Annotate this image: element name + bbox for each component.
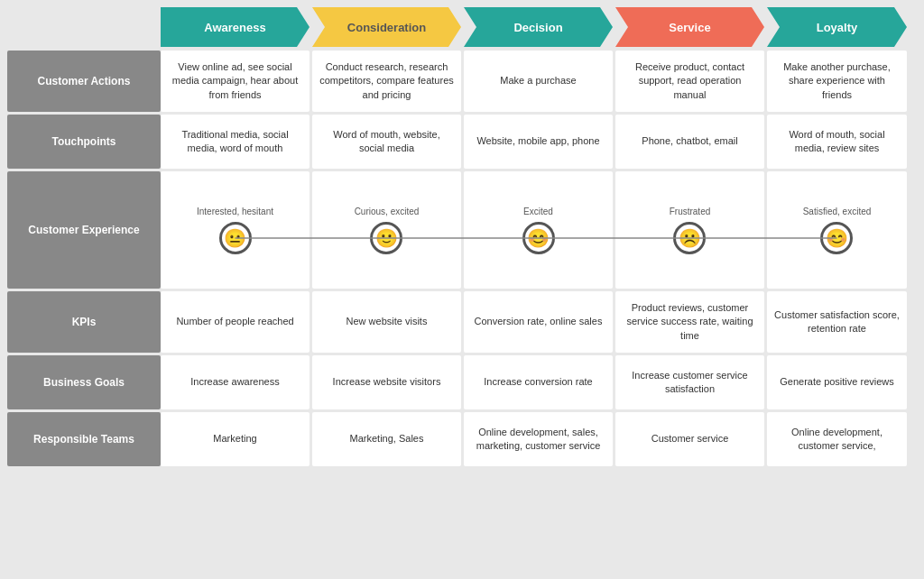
- service-smiley: ☹️: [673, 222, 706, 254]
- awareness-smiley: 😐: [219, 222, 252, 254]
- phase-label-consideration: Consideration: [347, 21, 426, 34]
- decision-smiley: 😊: [522, 222, 555, 254]
- loyalty-customer-actions: Make another purchase, share experience …: [767, 51, 907, 112]
- decision-business-goals: Increase conversion rate: [464, 355, 613, 409]
- sidebar-business-goals: Business Goals: [7, 355, 161, 409]
- content-area: Customer Actions Touchpoints Customer Ex…: [7, 51, 917, 572]
- loyalty-experience: Satisfied, excited 😊: [767, 171, 907, 289]
- sidebar-responsible-teams: Responsible Teams: [7, 412, 161, 466]
- column-service: Receive product, contact support, read o…: [615, 51, 764, 572]
- awareness-business-goals: Increase awareness: [161, 355, 310, 409]
- phase-header-service: Service: [615, 7, 764, 47]
- service-emotion-container: Frustrated ☹️: [670, 177, 711, 283]
- phase-label-decision: Decision: [513, 21, 562, 34]
- service-customer-actions: Receive product, contact support, read o…: [615, 51, 764, 112]
- consideration-kpis: New website visits: [312, 291, 461, 353]
- column-loyalty: Make another purchase, share experience …: [767, 51, 907, 572]
- loyalty-emotion-text: Satisfied, excited: [803, 206, 872, 218]
- service-emotion-text: Frustrated: [670, 206, 711, 218]
- sidebar-customer-experience: Customer Experience: [7, 171, 161, 289]
- service-business-goals: Increase customer service satisfaction: [615, 355, 764, 409]
- column-awareness: View online ad, see social media campaig…: [161, 51, 310, 572]
- sidebar: Customer Actions Touchpoints Customer Ex…: [7, 51, 161, 572]
- decision-kpis: Conversion rate, online sales: [464, 291, 613, 353]
- loyalty-kpis: Customer satisfaction score, retention r…: [767, 291, 907, 353]
- phase-label-awareness: Awareness: [204, 21, 265, 34]
- loyalty-emotion-container: Satisfied, excited 😊: [803, 177, 872, 283]
- consideration-customer-actions: Conduct research, research competitors, …: [312, 51, 461, 112]
- awareness-customer-actions: View online ad, see social media campaig…: [161, 51, 310, 112]
- phase-label-loyalty: Loyalty: [817, 21, 858, 34]
- phase-header-decision: Decision: [464, 7, 613, 47]
- consideration-emotion-container: Curious, excited 🙂: [355, 177, 420, 283]
- main-container: Awareness Consideration Decision Service…: [0, 0, 924, 579]
- decision-emotion-text: Excited: [523, 206, 553, 218]
- consideration-responsible-teams: Marketing, Sales: [312, 412, 461, 466]
- phase-header-consideration: Consideration: [312, 7, 461, 47]
- sidebar-customer-actions: Customer Actions: [7, 51, 161, 112]
- consideration-experience: Curious, excited 🙂: [312, 171, 461, 289]
- columns-area: View online ad, see social media campaig…: [161, 51, 917, 572]
- consideration-emotion-text: Curious, excited: [355, 206, 420, 218]
- loyalty-touchpoints: Word of mouth, social media, review site…: [767, 115, 907, 169]
- awareness-touchpoints: Traditional media, social media, word of…: [161, 115, 310, 169]
- header-row: Awareness Consideration Decision Service…: [161, 7, 917, 47]
- awareness-responsible-teams: Marketing: [161, 412, 310, 466]
- service-touchpoints: Phone, chatbot, email: [615, 115, 764, 169]
- sidebar-kpis: KPIs: [7, 291, 161, 353]
- service-experience: Frustrated ☹️: [615, 171, 764, 289]
- decision-responsible-teams: Online development, sales, marketing, cu…: [464, 412, 613, 466]
- decision-experience: Excited 😊: [464, 171, 613, 289]
- awareness-emotion-text: Interested, hesitant: [197, 206, 273, 218]
- consideration-touchpoints: Word of mouth, website, social media: [312, 115, 461, 169]
- decision-touchpoints: Website, mobile app, phone: [464, 115, 613, 169]
- decision-customer-actions: Make a purchase: [464, 51, 613, 112]
- column-consideration: Conduct research, research competitors, …: [312, 51, 461, 572]
- consideration-business-goals: Increase website visitors: [312, 355, 461, 409]
- awareness-experience: Interested, hesitant 😐: [161, 171, 310, 289]
- sidebar-touchpoints: Touchpoints: [7, 115, 161, 169]
- service-responsible-teams: Customer service: [615, 412, 764, 466]
- column-decision: Make a purchase Website, mobile app, pho…: [464, 51, 613, 572]
- awareness-emotion-container: Interested, hesitant 😐: [197, 177, 273, 283]
- phase-header-awareness: Awareness: [161, 7, 310, 47]
- decision-emotion-container: Excited 😊: [522, 177, 555, 283]
- loyalty-smiley: 😊: [820, 222, 853, 254]
- service-kpis: Product reviews, customer service succes…: [615, 291, 764, 353]
- consideration-smiley: 🙂: [370, 222, 402, 254]
- awareness-kpis: Number of people reached: [161, 291, 310, 353]
- loyalty-responsible-teams: Online development, customer service,: [767, 412, 907, 466]
- phase-label-service: Service: [669, 21, 710, 34]
- phase-header-loyalty: Loyalty: [767, 7, 907, 47]
- loyalty-business-goals: Generate positive reviews: [767, 355, 907, 409]
